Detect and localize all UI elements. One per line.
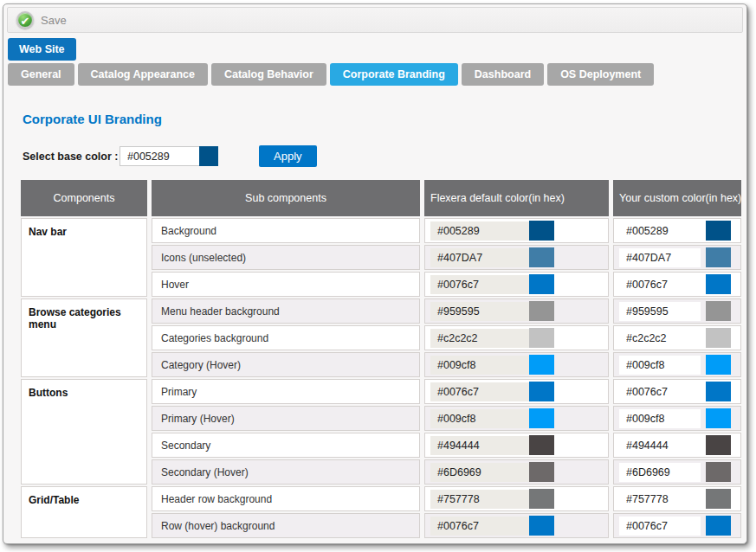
sub-component-cell: Menu header background — [152, 298, 420, 324]
default-color-swatch — [529, 408, 554, 428]
default-hex-value: #757778 — [430, 490, 529, 509]
custom-color-widget — [619, 435, 740, 455]
custom-hex-input[interactable] — [619, 463, 701, 482]
default-color-swatch — [529, 328, 554, 348]
default-hex-value: #c2c2c2 — [430, 329, 529, 348]
custom-hex-input[interactable] — [619, 490, 701, 509]
apply-button[interactable]: Apply — [259, 145, 317, 167]
table-row: Grid/TableHeader row background#757778 — [21, 486, 741, 511]
tab-catalog-appearance[interactable]: Catalog Appearance — [78, 63, 208, 86]
default-color-cell: #009cf8 — [424, 352, 609, 377]
default-color-widget: #494444 — [430, 435, 608, 455]
custom-color-widget — [619, 408, 740, 428]
custom-color-cell — [613, 486, 741, 511]
custom-color-cell — [613, 272, 741, 297]
default-hex-value: #0076c7 — [430, 382, 529, 401]
default-color-swatch — [529, 221, 554, 241]
custom-color-cell — [613, 379, 741, 404]
tab-general[interactable]: General — [8, 63, 74, 86]
default-color-cell: #0076c7 — [424, 513, 609, 538]
custom-color-cell — [613, 406, 741, 431]
default-color-cell: #6D6969 — [424, 459, 609, 485]
save-button[interactable]: ✔ Save — [16, 11, 67, 29]
default-color-swatch — [529, 462, 554, 482]
default-color-widget: #0076c7 — [430, 274, 608, 294]
sub-component-cell: Icons (unselected) — [152, 245, 420, 270]
custom-hex-input[interactable] — [619, 275, 701, 294]
sub-component-cell: Hover — [152, 272, 420, 297]
header-components: Components — [21, 180, 147, 216]
custom-color-swatch[interactable] — [706, 516, 731, 536]
tab-catalog-behavior[interactable]: Catalog Behavior — [211, 63, 326, 86]
default-color-swatch — [529, 274, 554, 294]
custom-color-swatch[interactable] — [706, 355, 731, 375]
default-hex-value: #0076c7 — [430, 517, 529, 536]
tab-os-deployment[interactable]: OS Deployment — [547, 63, 654, 86]
default-color-cell: #c2c2c2 — [424, 325, 609, 350]
sub-component-cell: Row (hover) background — [152, 513, 420, 538]
save-check-icon: ✔ — [16, 11, 34, 29]
custom-color-cell — [613, 325, 741, 350]
custom-color-swatch[interactable] — [706, 221, 731, 241]
custom-hex-input[interactable] — [619, 302, 701, 321]
custom-color-widget — [619, 247, 740, 267]
custom-color-swatch[interactable] — [706, 382, 731, 401]
default-color-widget: #757778 — [430, 489, 608, 509]
sub-component-cell: Primary — [152, 379, 420, 404]
custom-color-swatch[interactable] — [706, 301, 731, 321]
component-group-cell: Buttons — [21, 379, 147, 485]
sub-component-cell: Categories background — [152, 325, 420, 350]
custom-hex-input[interactable] — [619, 409, 701, 428]
default-hex-value: #6D6969 — [430, 463, 529, 482]
custom-color-swatch[interactable] — [706, 328, 731, 348]
default-color-cell: #757778 — [424, 486, 609, 511]
custom-color-swatch[interactable] — [706, 274, 731, 294]
primary-tab-bar: Web Site — [8, 38, 746, 61]
default-color-cell: #959595 — [424, 298, 609, 324]
default-color-cell: #0076c7 — [424, 272, 609, 297]
base-color-swatch[interactable] — [199, 146, 218, 166]
custom-hex-input[interactable] — [619, 248, 701, 267]
branding-table: Components Sub components Flexera defaul… — [16, 178, 746, 540]
custom-color-widget — [619, 301, 740, 321]
default-color-swatch — [529, 489, 554, 509]
default-color-cell: #009cf8 — [424, 406, 609, 431]
default-color-widget: #959595 — [430, 301, 608, 321]
custom-hex-input[interactable] — [619, 356, 701, 375]
tab-web-site[interactable]: Web Site — [8, 38, 76, 61]
default-hex-value: #009cf8 — [430, 356, 529, 375]
default-color-cell: #005289 — [424, 218, 609, 243]
custom-color-cell — [613, 433, 741, 458]
component-group-cell: Grid/Table — [21, 486, 147, 538]
custom-color-widget — [619, 382, 740, 401]
custom-color-cell — [613, 298, 741, 324]
custom-color-widget — [619, 489, 740, 509]
custom-color-swatch[interactable] — [706, 489, 731, 509]
custom-color-swatch[interactable] — [706, 435, 731, 455]
custom-hex-input[interactable] — [619, 329, 701, 348]
default-hex-value: #005289 — [430, 221, 529, 241]
custom-color-widget — [619, 462, 740, 482]
toolbar: ✔ Save — [7, 7, 743, 33]
sub-component-cell: Primary (Hover) — [152, 406, 420, 431]
component-group-cell: Browse categories menu — [21, 298, 147, 377]
custom-color-swatch[interactable] — [706, 247, 731, 267]
header-flexera-default: Flexera default color(in hex) — [424, 180, 609, 216]
sub-component-cell: Header row background — [152, 486, 420, 511]
default-hex-value: #494444 — [430, 436, 529, 455]
custom-color-swatch[interactable] — [706, 462, 731, 482]
custom-hex-input[interactable] — [619, 221, 701, 241]
custom-hex-input[interactable] — [619, 382, 701, 401]
header-sub-components: Sub components — [152, 180, 420, 216]
page-title: Corporate UI Branding — [23, 112, 746, 126]
tab-dashboard[interactable]: Dashboard — [462, 63, 544, 86]
tab-corporate-branding[interactable]: Corporate Branding — [330, 63, 458, 86]
custom-color-swatch[interactable] — [706, 408, 731, 428]
custom-hex-input[interactable] — [619, 436, 701, 455]
default-color-widget: #6D6969 — [430, 462, 608, 482]
custom-hex-input[interactable] — [619, 517, 701, 536]
default-color-swatch — [529, 382, 554, 401]
base-color-input[interactable] — [120, 146, 199, 166]
default-color-widget: #407DA7 — [430, 247, 608, 267]
save-label: Save — [41, 14, 67, 27]
